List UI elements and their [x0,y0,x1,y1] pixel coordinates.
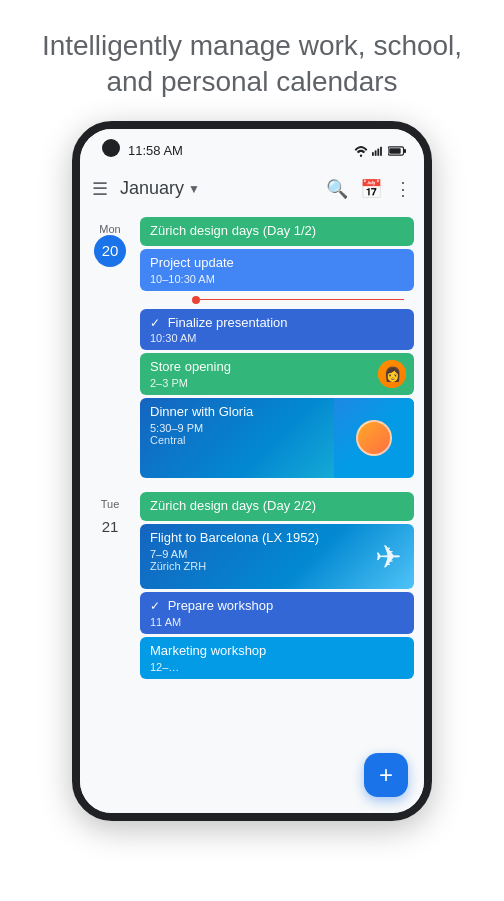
event-title: ✓ Prepare workshop [150,598,404,615]
event-time: 12–… [150,661,404,673]
event-time: 11 AM [150,616,404,628]
search-icon[interactable]: 🔍 [326,178,348,200]
app-bar-actions: 🔍 📅 ⋮ [326,178,412,200]
hamburger-icon[interactable]: ☰ [92,178,108,200]
svg-rect-7 [389,148,400,154]
signal-icon [372,145,384,157]
fab-add-button[interactable]: + [364,753,408,797]
svg-rect-4 [380,147,382,156]
day-name-tue: Tue [101,498,120,510]
dinner-avatar [356,420,392,456]
event-sub: Zürich ZRH [150,560,358,572]
event-title: Store opening [150,359,370,376]
event-dinner[interactable]: Dinner with Gloria 5:30–9 PM Central [140,398,414,478]
event-prepare-workshop[interactable]: ✓ Prepare workshop 11 AM [140,592,414,634]
event-time: 10:30 AM [150,332,404,344]
status-icons [354,145,406,157]
status-bar: 11:58 AM [80,129,424,165]
event-title: Flight to Barcelona (LX 1952) [150,530,358,547]
wifi-icon [354,145,368,157]
day-name-mon: Mon [99,223,120,235]
day-number-21: 21 [94,510,126,542]
svg-rect-2 [375,150,377,155]
phone-body: 11:58 AM [72,121,432,821]
events-mon-20: Zürich design days (Day 1/2) Project upd… [140,217,424,479]
events-tue-21: Zürich design days (Day 2/2) Flight to B… [140,492,424,679]
event-time: 7–9 AM [150,548,358,560]
dinner-photo-overlay [334,398,414,478]
check-icon: ✓ [150,599,160,615]
svg-rect-1 [372,152,374,156]
plane-icon: ✈ [375,538,402,576]
chevron-down-icon: ▼ [188,182,200,196]
event-time: 2–3 PM [150,377,370,389]
event-title: Zürich design days (Day 2/2) [150,498,316,513]
event-avatar: 👩 [378,360,406,388]
more-options-icon[interactable]: ⋮ [394,178,412,200]
event-flight[interactable]: Flight to Barcelona (LX 1952) 7–9 AM Zür… [140,524,414,589]
event-project-update[interactable]: Project update 10–10:30 AM [140,249,414,291]
event-title: Zürich design days (Day 1/2) [150,223,316,238]
event-title: Project update [150,255,404,272]
day-label-20: Mon 20 [80,217,140,479]
day-section-mon-20: Mon 20 Zürich design days (Day 1/2) Proj… [80,213,424,483]
battery-icon [388,146,406,156]
phone-camera [102,139,120,157]
month-title[interactable]: January ▼ [120,178,326,199]
event-title: ✓ Finalize presentation [150,315,404,332]
event-title: Marketing workshop [150,643,404,660]
avatar-image: 👩 [378,360,406,388]
time-dot [192,296,200,304]
headline-text: Intelligently manage work, school, and p… [0,0,504,121]
event-sub: Central [150,434,324,446]
event-zurich-2[interactable]: Zürich design days (Day 2/2) [140,492,414,521]
phone-mockup: 11:58 AM [72,121,432,901]
time-line [200,299,404,300]
svg-point-0 [360,154,362,156]
event-time: 5:30–9 PM [150,422,324,434]
event-zurich-1[interactable]: Zürich design days (Day 1/2) [140,217,414,246]
svg-rect-6 [404,149,406,153]
current-time-indicator [140,296,414,304]
month-label: January [120,178,184,199]
event-store-opening[interactable]: Store opening 2–3 PM 👩 [140,353,414,395]
status-time: 11:58 AM [128,143,183,158]
svg-rect-3 [377,148,379,155]
event-marketing-workshop[interactable]: Marketing workshop 12–… [140,637,414,679]
day-label-21: Tue 21 [80,492,140,679]
calendar-content: Mon 20 Zürich design days (Day 1/2) Proj… [80,213,424,821]
calendar-icon[interactable]: 📅 [360,178,382,200]
event-title: Dinner with Gloria [150,404,324,421]
app-bar: ☰ January ▼ 🔍 📅 ⋮ [80,165,424,213]
event-time: 10–10:30 AM [150,273,404,285]
day-section-tue-21: Tue 21 Zürich design days (Day 2/2) Flig… [80,488,424,683]
check-icon: ✓ [150,316,160,332]
event-finalize[interactable]: ✓ Finalize presentation 10:30 AM [140,309,414,351]
day-number-20: 20 [94,235,126,267]
